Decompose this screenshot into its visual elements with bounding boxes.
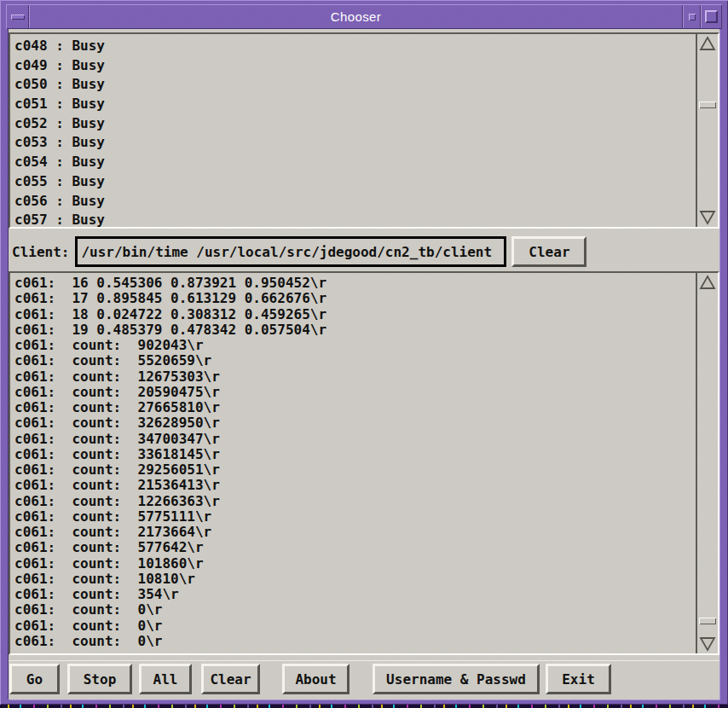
window-menu-button[interactable] [6,4,29,29]
stop-button[interactable]: Stop [67,664,132,694]
status-scrollbar-thumb[interactable] [699,102,716,108]
clear-button[interactable]: Clear [201,664,260,694]
output-log: c061: 16 0.545306 0.873921 0.950452\r c0… [10,273,696,653]
status-scrollbar[interactable] [696,34,718,227]
window-title: Chooser [29,4,683,29]
minimize-icon [689,14,696,20]
output-scrollbar-thumb[interactable] [699,618,716,624]
output-line: c061: count: 32628950\r [14,415,696,431]
client-clear-button[interactable]: Clear [511,236,586,267]
output-line: c061: count: 0\r [14,602,696,618]
output-line: c061: count: 29256051\r [14,462,696,478]
go-button[interactable]: Go [9,664,60,694]
output-line: c061: count: 0\r [14,634,696,649]
all-button[interactable]: All [139,664,192,694]
output-line: c061: count: 12675303\r [14,369,696,385]
scroll-down-icon[interactable] [699,636,716,652]
output-line: c061: 17 0.895845 0.613129 0.662676\r [14,291,696,306]
status-list-item[interactable]: c056 : Busy [14,192,696,212]
scroll-up-icon[interactable] [699,275,716,290]
output-line: c061: count: 27665810\r [14,400,696,415]
window-menu-icon [11,15,25,20]
status-list-item[interactable]: c050 : Busy [14,75,696,95]
client-command-input[interactable] [75,236,506,267]
status-list-item[interactable]: c053 : Busy [14,133,696,153]
output-line: c061: count: 101860\r [14,556,696,572]
output-line: c061: count: 902043\r [14,338,696,353]
status-list-item[interactable]: c057 : Busy [14,211,696,227]
output-line: c061: count: 20590475\r [14,385,696,400]
status-list-item[interactable]: c055 : Busy [14,172,696,192]
output-scrollbar[interactable] [696,273,718,653]
output-line: c061: count: 354\r [14,587,696,602]
chooser-window: Chooser c048 : Busy c049 : Busy c050 : B… [0,0,728,708]
scroll-up-icon[interactable] [699,36,716,51]
output-line: c061: count: 5520659\r [14,353,696,369]
desktop-background [0,705,728,708]
minimize-button[interactable] [683,4,701,29]
action-bar: Go Stop All Clear About Username & Passw… [9,660,719,696]
status-list-item[interactable]: c054 : Busy [14,153,696,172]
maximize-button[interactable] [701,4,722,29]
output-line: c061: count: 34700347\r [14,432,696,447]
output-line: c061: 16 0.545306 0.873921 0.950452\r [14,276,696,291]
output-line: c061: count: 33618145\r [14,447,696,462]
output-line: c061: count: 21536413\r [14,478,696,493]
output-line: c061: count: 12266363\r [14,494,696,509]
titlebar: Chooser [6,4,722,29]
status-list: c048 : Busy c049 : Busy c050 : Busy c051… [10,34,696,227]
output-line: c061: count: 10810\r [14,572,696,587]
scroll-down-icon[interactable] [699,210,716,225]
status-list-item[interactable]: c048 : Busy [14,37,696,56]
status-list-item[interactable]: c049 : Busy [14,56,696,76]
status-list-item[interactable]: c052 : Busy [14,114,696,134]
maximize-icon [705,10,718,23]
client-label: Client: [12,244,69,260]
output-line: c061: count: 577642\r [14,540,696,555]
status-list-panel: c048 : Busy c049 : Busy c050 : Busy c051… [9,32,719,229]
about-button[interactable]: About [282,664,350,694]
output-line: c061: 18 0.024722 0.308312 0.459265\r [14,307,696,322]
username-passwd-button[interactable]: Username & Passwd [373,664,540,694]
client-row: Client: Clear [9,232,719,271]
output-line: c061: count: 2173664\r [14,525,696,540]
output-line: c061: count: 0\r [14,618,696,634]
status-list-item[interactable]: c051 : Busy [14,95,696,114]
output-log-panel: c061: 16 0.545306 0.873921 0.950452\r c0… [9,271,719,655]
output-line: c061: 19 0.485379 0.478342 0.057504\r [14,322,696,338]
exit-button[interactable]: Exit [546,664,611,694]
output-line: c061: count: 5775111\r [14,509,696,525]
window-content: c048 : Busy c049 : Busy c050 : Busy c051… [9,29,719,699]
